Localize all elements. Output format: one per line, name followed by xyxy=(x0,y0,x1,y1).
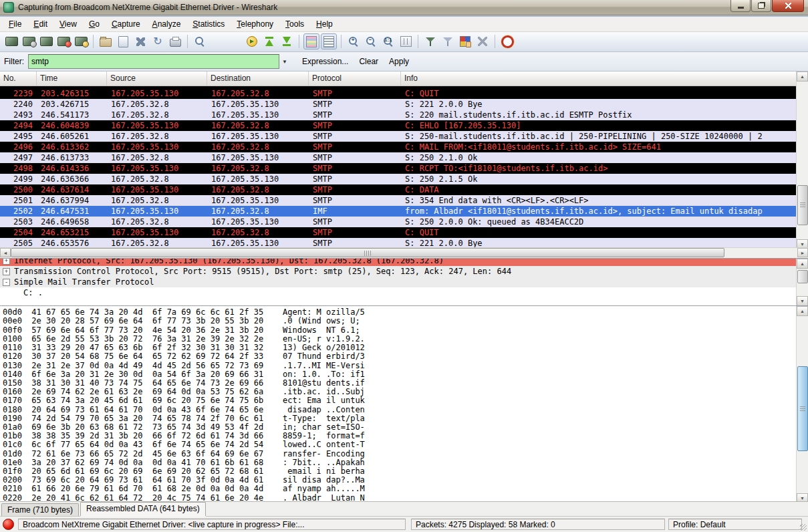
packet-list-hthumb[interactable] xyxy=(11,248,724,257)
close-file-icon xyxy=(136,37,145,46)
packet-row-2504[interactable]: 2504246.653215167.205.35.130167.205.32.8… xyxy=(0,227,797,238)
tab-frame-710-bytes-[interactable]: Frame (710 bytes) xyxy=(1,503,79,516)
capture-options-button[interactable] xyxy=(21,33,37,49)
capture-stop-button[interactable] xyxy=(55,33,72,49)
packet-row-2496[interactable]: 2496246.613362167.205.35.130167.205.32.8… xyxy=(0,142,797,152)
packet-row-2502[interactable]: 2502246.647531167.205.35.130167.205.32.8… xyxy=(0,206,797,217)
close-file-button[interactable] xyxy=(132,33,148,49)
detail-row-2[interactable]: -Simple Mail Transfer Protocol xyxy=(0,277,797,287)
packet-row-2493[interactable]: 2493246.541173167.205.32.8167.205.35.130… xyxy=(0,110,797,120)
detail-row-3[interactable]: C: . xyxy=(0,287,797,298)
detail-row-0[interactable]: +Internet Protocol, Src: 167.205.35.130 … xyxy=(0,259,797,266)
coloring-rules-button[interactable] xyxy=(457,33,473,49)
go-back-button[interactable] xyxy=(209,33,225,49)
go-to-bottom-button[interactable] xyxy=(279,33,295,49)
scroll-down-icon[interactable]: ▼ xyxy=(797,296,808,306)
minimize-button[interactable] xyxy=(730,0,751,12)
scroll-up-icon[interactable]: ▲ xyxy=(797,259,808,269)
column-header-no[interactable]: No. xyxy=(0,72,37,86)
filter-dropdown-arrow-icon[interactable]: ▼ xyxy=(279,55,290,68)
details-vthumb[interactable] xyxy=(797,270,808,283)
display-filter-button[interactable] xyxy=(440,33,456,49)
packet-row-2239[interactable]: 2239203.426315167.205.35.130167.205.32.8… xyxy=(0,88,797,99)
restore-button[interactable] xyxy=(751,0,771,12)
expander-icon[interactable]: - xyxy=(3,279,10,286)
menu-item-file[interactable]: File xyxy=(3,18,27,30)
scroll-up-icon[interactable]: ▲ xyxy=(797,306,808,316)
hex-dump[interactable]: 00d0 41 67 65 6e 74 3a 20 4d 6f 7a 69 6c… xyxy=(0,306,808,502)
apply-button[interactable]: Apply xyxy=(384,55,414,68)
preferences-button[interactable] xyxy=(475,33,491,49)
details-vscrollbar[interactable]: ▲ ▼ xyxy=(796,259,808,306)
capture-start-button[interactable] xyxy=(38,33,54,49)
save-file-icon xyxy=(118,36,128,47)
cell-info: S: 250 2.1.5 Ok xyxy=(401,174,797,184)
bytes-vscrollbar[interactable]: ▲ ▼ xyxy=(796,306,808,502)
column-header-destination[interactable]: Destination xyxy=(207,72,309,86)
packet-row-2500[interactable]: 2500246.637614167.205.35.130167.205.32.8… xyxy=(0,184,797,195)
column-header-source[interactable]: Source xyxy=(107,72,207,86)
packet-row-2503[interactable]: 2503246.649658167.205.32.8167.205.35.130… xyxy=(0,217,797,227)
scroll-down-icon[interactable]: ▼ xyxy=(797,493,808,502)
close-button[interactable] xyxy=(772,0,804,12)
zoom-glyph: 1:1 xyxy=(384,37,391,43)
menu-item-tools[interactable]: Tools xyxy=(279,18,310,30)
cell-no: 2494 xyxy=(0,120,37,131)
scroll-up-icon[interactable]: ▲ xyxy=(797,72,808,82)
packet-list-vscrollbar[interactable]: ▲ ▼ xyxy=(796,72,808,249)
packet-row-2501[interactable]: 2501246.637994167.205.32.8167.205.35.130… xyxy=(0,195,797,206)
status-profile[interactable]: Profile: Default xyxy=(668,519,802,530)
zoom-in-button[interactable]: + xyxy=(346,33,362,49)
packet-row-2498[interactable]: 2498246.614336167.205.35.130167.205.32.8… xyxy=(0,163,797,174)
title-bar[interactable]: Capturing from Broadcom NetXtreme Gigabi… xyxy=(0,0,808,15)
packet-row-2240[interactable]: 2240203.426715167.205.32.8167.205.35.130… xyxy=(0,99,797,110)
menu-item-help[interactable]: Help xyxy=(310,18,339,30)
resize-grip[interactable] xyxy=(800,524,807,531)
column-header-time[interactable]: Time xyxy=(37,72,107,86)
colorize-toggle-button[interactable] xyxy=(303,33,319,49)
find-packet-button[interactable] xyxy=(192,33,208,49)
filter-input[interactable] xyxy=(28,54,279,69)
print-button[interactable] xyxy=(167,33,183,49)
detail-row-1[interactable]: +Transmission Control Protocol, Src Port… xyxy=(0,266,797,277)
zoom-out-button[interactable]: − xyxy=(363,33,379,49)
bytes-vthumb[interactable] xyxy=(797,366,808,451)
scroll-left-icon[interactable]: ◄ xyxy=(0,248,11,257)
packet-list-vthumb[interactable] xyxy=(797,185,808,225)
zoom-100-button[interactable]: 1:1 xyxy=(380,33,396,49)
menu-item-view[interactable]: View xyxy=(53,18,83,30)
go-to-packet-button[interactable] xyxy=(244,33,260,49)
scroll-right-icon[interactable]: ► xyxy=(797,248,808,257)
packet-row-2494[interactable]: 2494246.604839167.205.35.130167.205.32.8… xyxy=(0,120,797,131)
menu-item-telephony[interactable]: Telephony xyxy=(231,18,279,30)
expander-icon[interactable]: + xyxy=(3,259,10,265)
list-interfaces-button[interactable] xyxy=(3,33,19,49)
capture-filter-button[interactable] xyxy=(422,33,438,49)
clear-button[interactable]: Clear xyxy=(354,55,384,68)
packet-row-2495[interactable]: 2495246.605261167.205.32.8167.205.35.130… xyxy=(0,131,797,142)
capture-restart-button[interactable] xyxy=(73,33,89,49)
column-header-protocol[interactable]: Protocol xyxy=(309,72,401,86)
open-file-button[interactable] xyxy=(98,33,114,49)
go-to-top-button[interactable] xyxy=(261,33,277,49)
reload-button[interactable]: ↻ xyxy=(150,33,166,49)
save-file-button[interactable] xyxy=(115,33,131,49)
go-forward-button[interactable] xyxy=(227,33,243,49)
expander-icon[interactable]: + xyxy=(3,268,10,275)
capture-status-icon[interactable] xyxy=(3,519,14,530)
expression-button[interactable]: Expression... xyxy=(297,55,354,68)
help-button[interactable] xyxy=(499,33,515,49)
autoscroll-toggle-button[interactable] xyxy=(321,33,337,49)
menu-item-statistics[interactable]: Statistics xyxy=(186,18,231,30)
resize-columns-button[interactable] xyxy=(398,33,414,49)
menu-item-edit[interactable]: Edit xyxy=(27,18,53,30)
packet-row-2499[interactable]: 2499246.636366167.205.32.8167.205.35.130… xyxy=(0,174,797,184)
tab-reassembled-data-641-bytes-[interactable]: Reassembled DATA (641 bytes) xyxy=(80,502,206,516)
packet-row-2497[interactable]: 2497246.613733167.205.32.8167.205.35.130… xyxy=(0,152,797,163)
menu-item-capture[interactable]: Capture xyxy=(106,18,146,30)
menu-item-go[interactable]: Go xyxy=(83,18,106,30)
packet-list-pane: No.TimeSourceDestinationProtocolInfo 223… xyxy=(0,72,808,259)
menu-item-analyze[interactable]: Analyze xyxy=(146,18,187,30)
packet-list-hscrollbar[interactable]: ◄ ► xyxy=(0,247,808,258)
column-header-info[interactable]: Info xyxy=(401,72,797,86)
